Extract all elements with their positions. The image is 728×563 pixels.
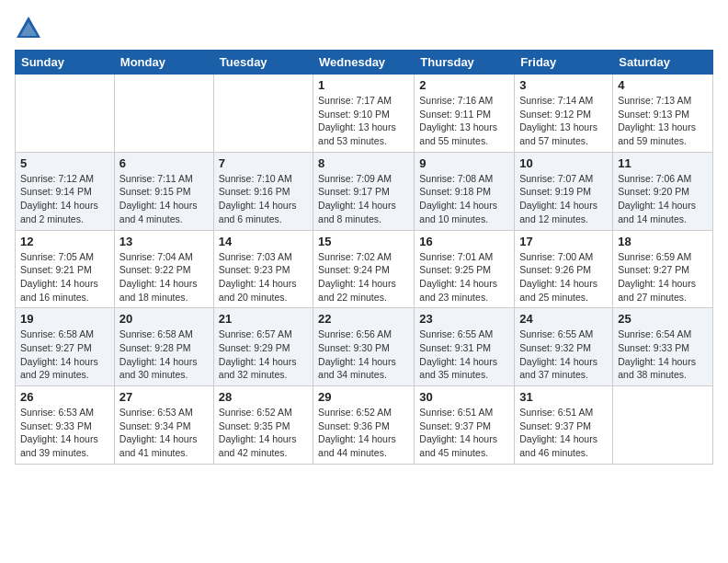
day-number: 13: [119, 235, 209, 248]
day-info: Sunrise: 6:55 AM Sunset: 9:32 PM Dayligh…: [519, 327, 608, 382]
table-cell: 26Sunrise: 6:53 AM Sunset: 9:33 PM Dayli…: [16, 386, 115, 465]
day-info: Sunrise: 6:53 AM Sunset: 9:34 PM Dayligh…: [119, 406, 209, 460]
table-cell: 15Sunrise: 7:02 AM Sunset: 9:24 PM Dayli…: [313, 230, 415, 308]
day-number: 18: [618, 235, 708, 248]
day-number: 30: [419, 390, 509, 404]
day-info: Sunrise: 7:12 AM Sunset: 9:14 PM Dayligh…: [20, 172, 109, 226]
day-info: Sunrise: 6:53 AM Sunset: 9:33 PM Dayligh…: [20, 406, 109, 460]
day-number: 24: [519, 312, 608, 326]
day-number: 6: [119, 156, 209, 170]
day-info: Sunrise: 6:55 AM Sunset: 9:31 PM Dayligh…: [419, 327, 509, 382]
day-number: 9: [419, 156, 509, 170]
day-number: 1: [318, 78, 409, 92]
day-number: 27: [119, 390, 209, 404]
week-row-4: 19Sunrise: 6:58 AM Sunset: 9:27 PM Dayli…: [16, 308, 713, 386]
table-cell: 27Sunrise: 6:53 AM Sunset: 9:34 PM Dayli…: [114, 386, 213, 465]
table-cell: 6Sunrise: 7:11 AM Sunset: 9:15 PM Daylig…: [114, 152, 213, 230]
table-cell: 7Sunrise: 7:10 AM Sunset: 9:16 PM Daylig…: [213, 152, 313, 230]
table-cell: 28Sunrise: 6:52 AM Sunset: 9:35 PM Dayli…: [213, 386, 313, 465]
table-cell: [16, 75, 115, 153]
day-info: Sunrise: 6:57 AM Sunset: 9:29 PM Dayligh…: [219, 327, 308, 382]
table-cell: 2Sunrise: 7:16 AM Sunset: 9:11 PM Daylig…: [415, 75, 515, 153]
weekday-header-saturday: Saturday: [613, 51, 713, 75]
day-number: 8: [318, 156, 409, 170]
table-cell: 3Sunrise: 7:14 AM Sunset: 9:12 PM Daylig…: [515, 75, 613, 153]
calendar-table: SundayMondayTuesdayWednesdayThursdayFrid…: [15, 50, 713, 465]
day-number: 23: [419, 312, 509, 326]
day-info: Sunrise: 6:51 AM Sunset: 9:37 PM Dayligh…: [419, 406, 509, 460]
table-cell: 10Sunrise: 7:07 AM Sunset: 9:19 PM Dayli…: [515, 152, 613, 230]
weekday-header-row: SundayMondayTuesdayWednesdayThursdayFrid…: [16, 51, 713, 75]
day-info: Sunrise: 6:52 AM Sunset: 9:35 PM Dayligh…: [219, 406, 308, 460]
weekday-header-wednesday: Wednesday: [313, 51, 415, 75]
day-info: Sunrise: 7:13 AM Sunset: 9:13 PM Dayligh…: [618, 94, 708, 148]
weekday-header-tuesday: Tuesday: [213, 51, 313, 75]
table-cell: 20Sunrise: 6:58 AM Sunset: 9:28 PM Dayli…: [114, 308, 213, 386]
table-cell: 1Sunrise: 7:17 AM Sunset: 9:10 PM Daylig…: [313, 75, 415, 153]
table-cell: 5Sunrise: 7:12 AM Sunset: 9:14 PM Daylig…: [16, 152, 115, 230]
day-info: Sunrise: 6:54 AM Sunset: 9:33 PM Dayligh…: [618, 327, 708, 382]
table-cell: 21Sunrise: 6:57 AM Sunset: 9:29 PM Dayli…: [213, 308, 313, 386]
table-cell: 29Sunrise: 6:52 AM Sunset: 9:36 PM Dayli…: [313, 386, 415, 465]
day-number: 7: [219, 156, 308, 170]
table-cell: 30Sunrise: 6:51 AM Sunset: 9:37 PM Dayli…: [415, 386, 515, 465]
weekday-header-monday: Monday: [114, 51, 213, 75]
day-info: Sunrise: 6:56 AM Sunset: 9:30 PM Dayligh…: [318, 327, 409, 382]
day-info: Sunrise: 7:11 AM Sunset: 9:15 PM Dayligh…: [119, 172, 209, 226]
day-info: Sunrise: 7:06 AM Sunset: 9:20 PM Dayligh…: [618, 172, 708, 226]
day-number: 19: [20, 312, 109, 326]
day-info: Sunrise: 7:17 AM Sunset: 9:10 PM Dayligh…: [318, 94, 409, 148]
day-number: 26: [20, 390, 109, 404]
day-number: 29: [318, 390, 409, 404]
day-info: Sunrise: 7:09 AM Sunset: 9:17 PM Dayligh…: [318, 172, 409, 226]
table-cell: 19Sunrise: 6:58 AM Sunset: 9:27 PM Dayli…: [16, 308, 115, 386]
table-cell: 25Sunrise: 6:54 AM Sunset: 9:33 PM Dayli…: [613, 308, 713, 386]
table-cell: [114, 75, 213, 153]
day-info: Sunrise: 6:58 AM Sunset: 9:28 PM Dayligh…: [119, 327, 209, 382]
table-cell: 24Sunrise: 6:55 AM Sunset: 9:32 PM Dayli…: [515, 308, 613, 386]
week-row-1: 1Sunrise: 7:17 AM Sunset: 9:10 PM Daylig…: [16, 75, 713, 153]
table-cell: 23Sunrise: 6:55 AM Sunset: 9:31 PM Dayli…: [415, 308, 515, 386]
table-cell: 22Sunrise: 6:56 AM Sunset: 9:30 PM Dayli…: [313, 308, 415, 386]
day-number: 11: [618, 156, 708, 170]
table-cell: 12Sunrise: 7:05 AM Sunset: 9:21 PM Dayli…: [16, 230, 115, 308]
table-cell: [613, 386, 713, 465]
day-number: 3: [519, 78, 608, 92]
day-number: 16: [419, 235, 509, 248]
day-number: 12: [20, 235, 109, 248]
day-number: 17: [519, 235, 608, 248]
weekday-header-friday: Friday: [515, 51, 613, 75]
table-cell: 13Sunrise: 7:04 AM Sunset: 9:22 PM Dayli…: [114, 230, 213, 308]
day-number: 20: [119, 312, 209, 326]
day-number: 22: [318, 312, 409, 326]
table-cell: 14Sunrise: 7:03 AM Sunset: 9:23 PM Dayli…: [213, 230, 313, 308]
day-info: Sunrise: 6:52 AM Sunset: 9:36 PM Dayligh…: [318, 406, 409, 460]
day-info: Sunrise: 7:10 AM Sunset: 9:16 PM Dayligh…: [219, 172, 308, 226]
day-number: 15: [318, 235, 409, 248]
week-row-2: 5Sunrise: 7:12 AM Sunset: 9:14 PM Daylig…: [16, 152, 713, 230]
day-info: Sunrise: 7:00 AM Sunset: 9:26 PM Dayligh…: [519, 250, 608, 304]
day-number: 21: [219, 312, 308, 326]
table-cell: 4Sunrise: 7:13 AM Sunset: 9:13 PM Daylig…: [613, 75, 713, 153]
table-cell: 8Sunrise: 7:09 AM Sunset: 9:17 PM Daylig…: [313, 152, 415, 230]
day-info: Sunrise: 7:16 AM Sunset: 9:11 PM Dayligh…: [419, 94, 509, 148]
page-header: [15, 15, 713, 42]
day-info: Sunrise: 6:51 AM Sunset: 9:37 PM Dayligh…: [519, 406, 608, 460]
weekday-header-thursday: Thursday: [415, 51, 515, 75]
table-cell: 18Sunrise: 6:59 AM Sunset: 9:27 PM Dayli…: [613, 230, 713, 308]
table-cell: [213, 75, 313, 153]
day-number: 5: [20, 156, 109, 170]
day-info: Sunrise: 7:03 AM Sunset: 9:23 PM Dayligh…: [219, 250, 308, 304]
week-row-3: 12Sunrise: 7:05 AM Sunset: 9:21 PM Dayli…: [16, 230, 713, 308]
table-cell: 17Sunrise: 7:00 AM Sunset: 9:26 PM Dayli…: [515, 230, 613, 308]
day-info: Sunrise: 7:05 AM Sunset: 9:21 PM Dayligh…: [20, 250, 109, 304]
day-number: 14: [219, 235, 308, 248]
logo-icon: [15, 15, 42, 42]
weekday-header-sunday: Sunday: [16, 51, 115, 75]
day-number: 4: [618, 78, 708, 92]
table-cell: 9Sunrise: 7:08 AM Sunset: 9:18 PM Daylig…: [415, 152, 515, 230]
day-number: 31: [519, 390, 608, 404]
day-info: Sunrise: 7:02 AM Sunset: 9:24 PM Dayligh…: [318, 250, 409, 304]
table-cell: 31Sunrise: 6:51 AM Sunset: 9:37 PM Dayli…: [515, 386, 613, 465]
week-row-5: 26Sunrise: 6:53 AM Sunset: 9:33 PM Dayli…: [16, 386, 713, 465]
